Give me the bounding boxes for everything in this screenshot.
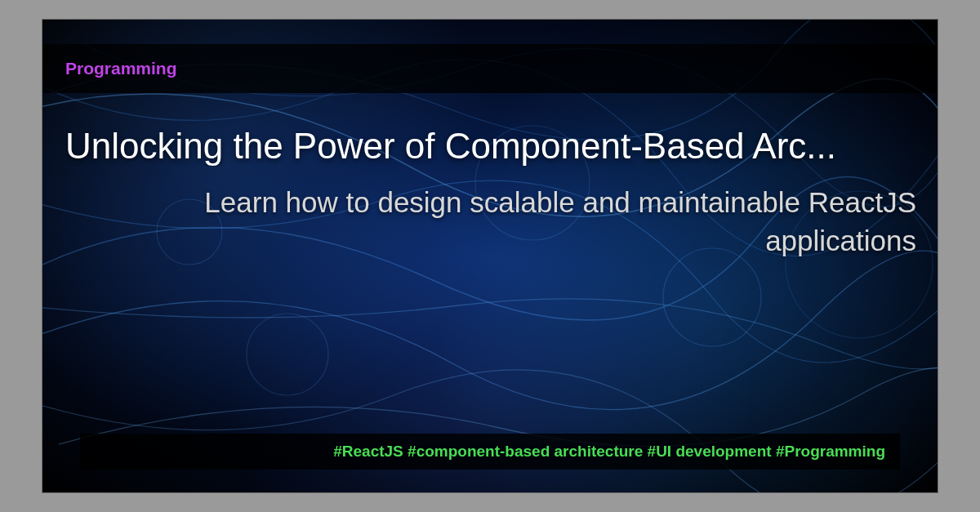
category-bar: Programming (42, 44, 938, 93)
article-title: Unlocking the Power of Component-Based A… (65, 126, 915, 167)
article-subtitle: Learn how to design scalable and maintai… (91, 183, 916, 260)
promo-card: Programming Unlocking the Power of Compo… (42, 20, 938, 492)
svg-point-0 (663, 248, 761, 346)
svg-point-2 (247, 314, 328, 395)
tags-bar: #ReactJS #component-based architecture #… (80, 434, 900, 470)
category-label: Programming (65, 59, 177, 78)
tags-text: #ReactJS #component-based architecture #… (333, 443, 885, 461)
